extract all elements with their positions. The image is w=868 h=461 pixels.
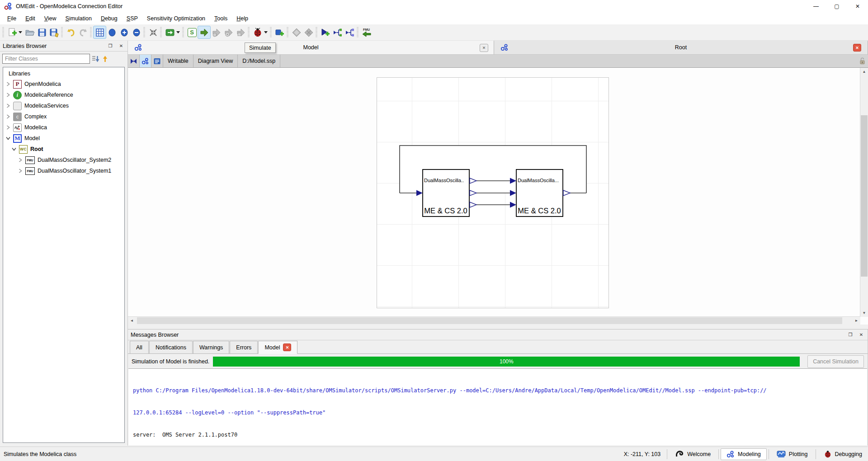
tree-item-dualmassoscillator-system1[interactable]: FMU DualMassOscillator_System1 [3, 165, 124, 176]
chevron-down-icon[interactable] [5, 136, 11, 140]
redo-button[interactable] [77, 26, 89, 38]
tab-root[interactable]: Root ✕ [494, 41, 868, 55]
import-fmu-button[interactable]: FMU [360, 26, 373, 38]
chevron-down-icon[interactable] [11, 147, 17, 151]
expand-all-icon[interactable] [92, 55, 99, 63]
debugging-perspective-button[interactable]: Debugging [818, 448, 868, 460]
tree-item-modelica[interactable]: Modelica [3, 122, 124, 133]
dock-float-icon[interactable]: ❐ [847, 331, 854, 339]
add-tlm-bus-button[interactable] [344, 26, 356, 38]
menu-debug[interactable]: Debug [96, 14, 122, 24]
horizontal-scrollbar[interactable]: ◄ ► [128, 316, 860, 325]
tab-model[interactable]: Model ✕ [128, 41, 494, 55]
undo-button[interactable] [65, 26, 77, 38]
zoom-out-button[interactable] [130, 26, 142, 38]
simulate-button[interactable] [198, 26, 210, 38]
plotting-perspective-button[interactable]: Plotting [771, 448, 814, 460]
fit-to-diagram-button[interactable] [147, 26, 159, 38]
submodel-block-left[interactable]: DualMassOscilla.. ME & CS 2.0 [423, 169, 476, 216]
dock-close-icon[interactable]: ✕ [858, 331, 865, 339]
minimize-button[interactable]: — [806, 0, 826, 13]
tree-item-root[interactable]: WC Root [3, 144, 124, 155]
show-grid-button[interactable] [94, 26, 106, 38]
output-port-icon[interactable] [470, 202, 476, 207]
tree-item-modelicaservices[interactable]: ModelicaServices [3, 100, 124, 111]
horizontal-scroll-thumb[interactable] [137, 317, 842, 324]
menu-file[interactable]: File [3, 14, 21, 24]
reset-zoom-button[interactable] [106, 26, 118, 38]
add-bus-button[interactable] [331, 26, 344, 38]
simulation-output-log[interactable]: python C:/Program Files/OpenModelica1.18… [128, 368, 867, 445]
dock-float-icon[interactable]: ❐ [107, 42, 114, 50]
menu-ssp[interactable]: SSP [122, 14, 142, 24]
chevron-right-icon[interactable] [5, 125, 11, 130]
menu-view[interactable]: View [40, 14, 61, 24]
instantiate-dropdown-icon[interactable] [176, 31, 180, 33]
messages-tab-notifications[interactable]: Notifications [149, 341, 193, 353]
messages-tab-all[interactable]: All [130, 341, 149, 353]
writable-indicator[interactable]: Writable [163, 55, 193, 67]
text-view-button[interactable] [151, 55, 163, 67]
menu-simulation[interactable]: Simulation [61, 14, 96, 24]
instantiate-model-button[interactable] [164, 26, 176, 38]
save-button[interactable] [36, 26, 48, 38]
tab-model-close-icon[interactable]: ✕ [480, 44, 488, 52]
scroll-down-icon[interactable]: ▼ [860, 309, 868, 317]
chevron-right-icon[interactable] [5, 103, 11, 108]
chevron-right-icon[interactable] [5, 93, 11, 97]
filter-classes-input[interactable] [2, 54, 90, 64]
menu-edit[interactable]: Edit [21, 14, 40, 24]
messages-tab-close-icon[interactable]: ✕ [283, 343, 291, 351]
new-model-button[interactable] [6, 26, 18, 38]
collapse-all-icon[interactable] [101, 55, 109, 63]
cancel-simulation-button[interactable]: Cancel Simulation [807, 355, 864, 368]
chevron-right-icon[interactable] [17, 169, 24, 173]
tree-item-dualmassoscillator-system2[interactable]: FMU DualMassOscillator_System2 [3, 155, 124, 165]
tree-item-modelicareference[interactable]: i ModelicaReference [3, 89, 124, 100]
save-as-button[interactable] [48, 26, 60, 38]
open-model-button[interactable] [24, 26, 36, 38]
tree-item-openmodelica[interactable]: P OpenModelica [3, 79, 124, 89]
scroll-left-icon[interactable]: ◄ [128, 317, 136, 325]
messages-tab-errors[interactable]: Errors [230, 341, 258, 353]
add-submodel-button[interactable] [319, 26, 331, 38]
zoom-in-button[interactable] [118, 26, 130, 38]
chevron-right-icon[interactable] [17, 158, 24, 162]
tree-item-model[interactable]: M Model [3, 133, 124, 144]
chevron-right-icon[interactable] [5, 114, 11, 119]
close-button[interactable]: ✕ [847, 0, 868, 13]
simulate-sensitivity-button[interactable] [235, 26, 247, 38]
delete-icon-button[interactable] [302, 26, 315, 38]
diagram-view-button[interactable] [140, 55, 151, 67]
icon-view-button[interactable] [128, 55, 140, 67]
menu-sensitivity-optimization[interactable]: Sensitivity Optimization [142, 14, 210, 24]
diagram-canvas[interactable]: DualMassOscilla.. ME & CS 2.0 DualMassOs… [128, 68, 868, 325]
model-view-toolbar: Writable Diagram View D:/Model.ssp [128, 55, 868, 68]
submodel-block-right[interactable]: DualMassOscilla... ME & CS 2.0 [516, 169, 570, 216]
tree-item-complex[interactable]: c Complex [3, 111, 124, 122]
tab-root-close-icon[interactable]: ✕ [853, 44, 861, 52]
maximize-button[interactable]: ▢ [826, 0, 847, 13]
add-system-button[interactable] [274, 26, 286, 38]
menu-tools[interactable]: Tools [210, 14, 232, 24]
vertical-scroll-thumb[interactable] [861, 115, 868, 277]
scroll-up-icon[interactable]: ▲ [860, 68, 868, 75]
add-or-edit-icon-button[interactable] [290, 26, 302, 38]
welcome-perspective-button[interactable]: Welcome [669, 448, 717, 460]
scroll-right-icon[interactable]: ► [853, 317, 860, 325]
chevron-right-icon[interactable] [5, 82, 11, 86]
simulate-animation-button[interactable] [222, 26, 235, 38]
messages-tab-model[interactable]: Model ✕ [258, 341, 297, 354]
text-view-icon [153, 57, 161, 65]
debugger-dropdown-icon[interactable] [264, 31, 268, 33]
check-model-button[interactable]: S [186, 26, 198, 38]
messages-tab-warnings[interactable]: Warnings [193, 341, 229, 353]
simulate-transformational-debugger-button[interactable] [210, 26, 222, 38]
dock-close-icon[interactable]: ✕ [118, 42, 125, 50]
menu-help[interactable]: Help [232, 14, 253, 24]
view-mode-indicator[interactable]: Diagram View [193, 55, 238, 67]
simulate-with-debugger-button[interactable] [251, 26, 264, 38]
new-model-dropdown-icon[interactable] [19, 31, 22, 33]
modeling-perspective-button[interactable]: Modeling [721, 448, 767, 460]
vertical-scrollbar[interactable]: ▲ ▼ [860, 68, 868, 317]
